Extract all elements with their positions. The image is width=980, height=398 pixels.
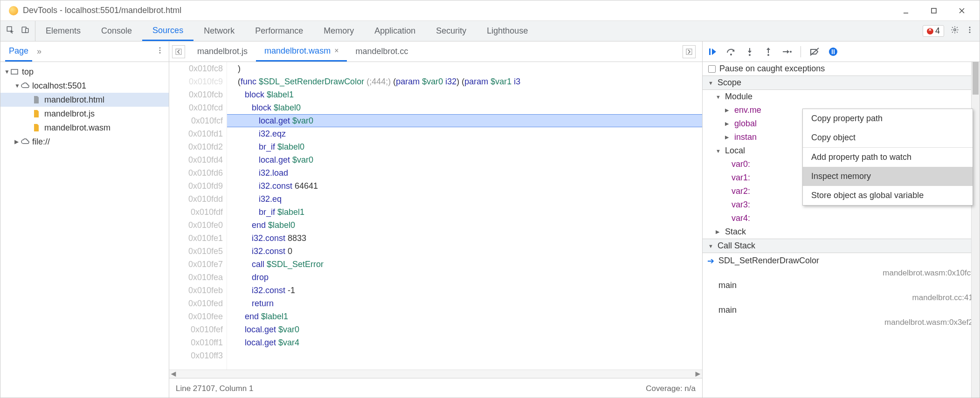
callstack-section-header[interactable]: ▼Call Stack [703, 239, 980, 253]
code-line[interactable]: end $label0 [227, 219, 702, 232]
scope-stack-header[interactable]: ▶Stack [703, 225, 980, 239]
callstack-location: mandelbrot.wasm:0x3ef2 [703, 318, 980, 327]
error-count-badge[interactable]: 4 [923, 25, 944, 37]
context-menu-item[interactable]: Add property path to watch [803, 148, 973, 167]
file-tab[interactable]: mandelbrot.wasm× [256, 41, 347, 62]
main-tab-security[interactable]: Security [426, 21, 476, 41]
pause-on-exceptions-row[interactable]: Pause on caught exceptions [703, 62, 980, 75]
tree-top-frame[interactable]: ▼ top [0, 65, 169, 79]
main-tab-network[interactable]: Network [193, 21, 245, 41]
file-tab[interactable]: mandelbrot.js [189, 41, 256, 62]
tree-host[interactable]: ▼ localhost:5501 [0, 79, 169, 93]
pause-exception-checkbox[interactable] [708, 65, 716, 73]
main-tab-elements[interactable]: Elements [35, 21, 91, 41]
main-tab-console[interactable]: Console [91, 21, 142, 41]
code-line[interactable]: local.get $var0 [227, 114, 702, 127]
coverage-status: Coverage: n/a [646, 384, 696, 393]
code-line[interactable]: br_if $label0 [227, 140, 702, 153]
context-menu-item[interactable]: Store object as global variable [803, 186, 973, 205]
scope-section-header[interactable]: ▼Scope [703, 75, 980, 90]
resume-button[interactable] [707, 47, 718, 57]
code-editor[interactable]: 0x010fc8 0x010fc9 0x010fcb 0x010fcd 0x01… [169, 62, 702, 370]
main-tab-sources[interactable]: Sources [142, 21, 193, 41]
svg-point-12 [159, 50, 161, 51]
debugger-toolbar [703, 41, 980, 62]
scope-local-item[interactable]: var4: [703, 212, 980, 225]
navigator-page-tab[interactable]: Page [5, 41, 32, 62]
code-line[interactable]: ) [227, 62, 702, 75]
context-menu-item[interactable]: Inspect memory [803, 167, 973, 186]
horizontal-scrollbar[interactable]: ◄ ► [169, 370, 702, 378]
code-content[interactable]: ) (func $SDL_SetRenderDrawColor (;444;) … [227, 62, 702, 370]
pause-on-exceptions-button[interactable] [828, 47, 838, 57]
code-line[interactable]: i32.const -1 [227, 284, 702, 297]
step-into-button[interactable] [745, 47, 755, 57]
code-line[interactable]: drop [227, 271, 702, 284]
tree-file-js[interactable]: mandelbrot.js [0, 107, 169, 121]
svg-point-24 [790, 51, 792, 53]
code-line[interactable]: i32.const 8833 [227, 232, 702, 245]
code-line[interactable]: i32.const 64641 [227, 179, 702, 192]
device-toggle-icon[interactable] [21, 26, 29, 36]
step-over-button[interactable] [726, 47, 736, 57]
deactivate-breakpoints-button[interactable] [809, 47, 820, 57]
debugger-body: Pause on caught exceptions ▼Scope ▼Modul… [703, 62, 980, 398]
code-line[interactable]: return [227, 297, 702, 310]
cloud-icon [21, 82, 29, 89]
inspect-element-icon[interactable] [6, 26, 14, 36]
context-menu-item[interactable]: Copy property path [803, 109, 973, 128]
step-out-button[interactable] [763, 47, 773, 57]
code-line[interactable]: i32.eqz [227, 127, 702, 140]
file-tab-label: mandelbrot.wasm [264, 46, 331, 56]
cursor-position: Line 27107, Column 1 [176, 384, 253, 393]
file-tab[interactable]: mandelbrot.cc [347, 41, 416, 62]
code-line[interactable]: block $label0 [227, 101, 702, 114]
navigator-more-icon[interactable]: » [37, 47, 41, 56]
error-count: 4 [935, 26, 940, 36]
tree-file-wasm[interactable]: mandelbrot.wasm [0, 121, 169, 135]
minimize-button[interactable] [892, 0, 920, 21]
context-menu-item[interactable]: Copy object [803, 128, 973, 147]
svg-rect-1 [932, 8, 936, 13]
code-line[interactable]: block $label1 [227, 88, 702, 101]
main-tab-memory[interactable]: Memory [313, 21, 364, 41]
code-line[interactable]: br_if $label1 [227, 206, 702, 219]
more-menu-icon[interactable] [966, 26, 974, 36]
main-tab-performance[interactable]: Performance [245, 21, 313, 41]
scroll-right-icon[interactable]: ► [694, 370, 702, 378]
main-tab-lighthouse[interactable]: Lighthouse [476, 21, 538, 41]
scroll-left-icon[interactable]: ◄ [169, 370, 178, 378]
window-titlebar: DevTools - localhost:5501/mandelbrot.htm… [0, 0, 980, 21]
svg-point-9 [969, 29, 971, 31]
nav-back-button[interactable] [172, 45, 185, 58]
code-line[interactable]: call $SDL_SetError [227, 258, 702, 271]
code-line[interactable]: i32.load [227, 166, 702, 179]
scope-module-header[interactable]: ▼Module [703, 90, 980, 103]
settings-gear-icon[interactable] [951, 26, 959, 36]
close-tab-icon[interactable]: × [334, 47, 338, 55]
callstack-frame[interactable]: main [703, 278, 980, 293]
nav-forward-button[interactable] [683, 45, 696, 58]
code-line[interactable]: end $label1 [227, 310, 702, 323]
step-button[interactable] [782, 47, 792, 57]
code-line[interactable]: i32.const 0 [227, 245, 702, 258]
scrollbar-thumb[interactable] [973, 62, 979, 95]
code-line[interactable]: local.get $var0 [227, 323, 702, 336]
code-line[interactable]: local.get $var0 [227, 153, 702, 166]
cloud-icon [21, 138, 29, 145]
code-line[interactable]: (func $SDL_SetRenderDrawColor (;444;) (p… [227, 75, 702, 88]
callstack-frame[interactable]: SDL_SetRenderDrawColor [703, 253, 980, 268]
callstack-frame[interactable]: main [703, 302, 980, 318]
code-line[interactable]: local.get $var4 [227, 336, 702, 349]
code-line[interactable] [227, 349, 702, 362]
code-line[interactable]: i32.eq [227, 192, 702, 206]
maximize-button[interactable] [920, 0, 948, 21]
close-window-button[interactable] [948, 0, 976, 21]
navigator-kebab-icon[interactable] [156, 46, 164, 57]
svg-point-11 [159, 47, 161, 48]
tree-file-html[interactable]: mandelbrot.html [0, 93, 169, 107]
svg-point-26 [829, 48, 837, 56]
devtools-favicon [9, 6, 18, 15]
main-tab-application[interactable]: Application [364, 21, 426, 41]
tree-file-proto[interactable]: ▶ file:// [0, 135, 169, 149]
